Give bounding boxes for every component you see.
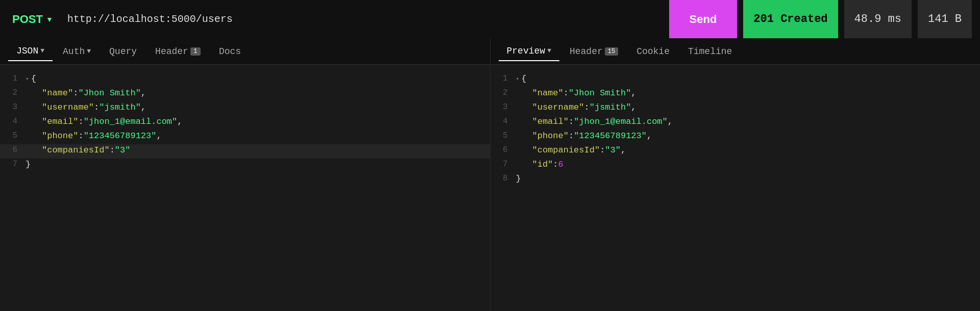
send-button[interactable]: Send (669, 0, 738, 38)
tab-query[interactable]: Query (101, 42, 145, 61)
code-line: 7 "id" : 6 (491, 159, 981, 173)
code-line: 6 "companiesId" : "3" (0, 144, 490, 159)
code-line: 3 "username" : "jsmith" , (491, 101, 981, 116)
right-panel: Preview ▼ Header 15 Cookie Timeline 1 ▾ … (491, 38, 981, 311)
tab-header-right[interactable]: Header 15 (561, 42, 626, 61)
code-comma: , (631, 88, 636, 98)
line-number: 2 (0, 88, 26, 97)
line-content: "email" : "jhon_1@email.com" , (516, 117, 673, 126)
code-colon: : (584, 102, 590, 112)
tab-header-right-badge: 15 (605, 47, 618, 56)
method-label: POST (12, 13, 43, 26)
line-number: 1 (0, 74, 26, 83)
tab-auth[interactable]: Auth ▼ (55, 42, 99, 61)
right-code-area: 1 ▾ { 2 "name" : "Jhon Smith" , 3 (491, 65, 981, 311)
code-line: 8 } (491, 173, 981, 187)
code-line: 4 "email" : "jhon_1@email.com" , (0, 116, 490, 130)
line-number: 6 (0, 145, 26, 154)
code-key: "username" (42, 102, 94, 112)
collapse-arrow[interactable]: ▾ (516, 75, 520, 82)
code-key: "phone" (532, 131, 569, 141)
code-line: 2 "name" : "Jhon Smith" , (491, 87, 981, 101)
brace: { (521, 74, 526, 84)
tab-json-label: JSON (16, 46, 38, 56)
line-content: "phone" : "123456789123" , (26, 131, 162, 141)
code-colon: : (73, 88, 78, 98)
code-comma: , (177, 117, 182, 126)
code-comma: , (631, 102, 636, 112)
line-number: 8 (491, 174, 516, 183)
code-comma: , (141, 102, 146, 112)
tab-preview-arrow: ▼ (547, 47, 551, 55)
tab-header-left-label: Header (155, 46, 188, 57)
code-value: "123456789123" (574, 131, 647, 141)
code-number: 6 (558, 160, 564, 169)
code-colon: : (569, 131, 574, 141)
code-value: "jhon_1@email.com" (84, 117, 178, 126)
code-colon: : (569, 117, 574, 126)
code-value: "jhon_1@email.com" (574, 117, 668, 126)
code-key: "email" (42, 117, 78, 126)
line-number: 4 (491, 117, 516, 126)
status-badge: 201 Created (743, 0, 838, 38)
line-number: 2 (491, 88, 516, 97)
tab-cookie[interactable]: Cookie (628, 42, 678, 61)
tab-query-label: Query (109, 46, 137, 57)
right-panel-tabs: Preview ▼ Header 15 Cookie Timeline (491, 38, 981, 65)
code-comma: , (156, 131, 161, 141)
line-content: "name" : "Jhon Smith" , (26, 88, 146, 98)
tab-preview[interactable]: Preview ▼ (499, 42, 559, 61)
line-content: } (26, 160, 31, 169)
line-content: ▾ { (516, 74, 527, 84)
code-line: 5 "phone" : "123456789123" , (491, 130, 981, 144)
line-number: 5 (491, 131, 516, 140)
method-selector[interactable]: POST ▼ (8, 11, 57, 28)
code-value: "jsmith" (590, 102, 631, 112)
brace: { (31, 74, 36, 84)
code-key: "phone" (42, 131, 78, 141)
code-value: "3" (605, 145, 621, 155)
tab-auth-arrow: ▼ (87, 47, 91, 55)
url-field[interactable]: http://localhost:5000/users (63, 13, 663, 25)
line-content: "id" : 6 (516, 160, 564, 169)
method-dropdown-arrow: ▼ (46, 15, 53, 23)
tab-docs-label: Docs (219, 46, 241, 57)
main-content: JSON ▼ Auth ▼ Query Header 1 Docs 1 (0, 38, 980, 311)
code-line: 1 ▾ { (0, 73, 490, 87)
left-panel: JSON ▼ Auth ▼ Query Header 1 Docs 1 (0, 38, 491, 311)
code-line: 5 "phone" : "123456789123" , (0, 130, 490, 144)
timing-badge: 48.9 ms (844, 0, 912, 38)
tab-json[interactable]: JSON ▼ (8, 42, 53, 61)
code-key: "name" (532, 88, 564, 98)
code-key: "name" (42, 88, 73, 98)
collapse-arrow[interactable]: ▾ (26, 75, 29, 82)
code-line: 4 "email" : "jhon_1@email.com" , (491, 116, 981, 130)
tab-header-left[interactable]: Header 1 (147, 42, 209, 61)
left-code-area: 1 ▾ { 2 "name" : "Jhon Smith" , 3 (0, 65, 490, 311)
code-colon: : (78, 131, 83, 141)
code-comma: , (141, 88, 146, 98)
tab-json-arrow: ▼ (40, 47, 44, 55)
line-content: "companiesId" : "3" (26, 145, 130, 155)
tab-docs[interactable]: Docs (211, 42, 249, 61)
code-value: "jsmith" (99, 102, 141, 112)
code-value: "Jhon Smith" (569, 88, 631, 98)
tab-cookie-label: Cookie (636, 46, 670, 57)
code-comma: , (647, 131, 652, 141)
code-key: "id" (532, 160, 553, 169)
code-value: "123456789123" (84, 131, 157, 141)
tab-timeline[interactable]: Timeline (680, 42, 740, 61)
line-number: 3 (491, 102, 516, 112)
code-value: "3" (115, 145, 131, 155)
code-key: "email" (532, 117, 569, 126)
line-number: 7 (0, 160, 26, 169)
line-number: 7 (491, 160, 516, 169)
code-comma: , (621, 145, 626, 155)
line-number: 5 (0, 131, 26, 140)
size-badge: 141 B (918, 0, 972, 38)
line-content: "username" : "jsmith" , (516, 102, 636, 112)
code-key: "companiesId" (532, 145, 600, 155)
tab-auth-label: Auth (63, 46, 85, 57)
code-key: "username" (532, 102, 584, 112)
code-colon: : (553, 160, 558, 169)
